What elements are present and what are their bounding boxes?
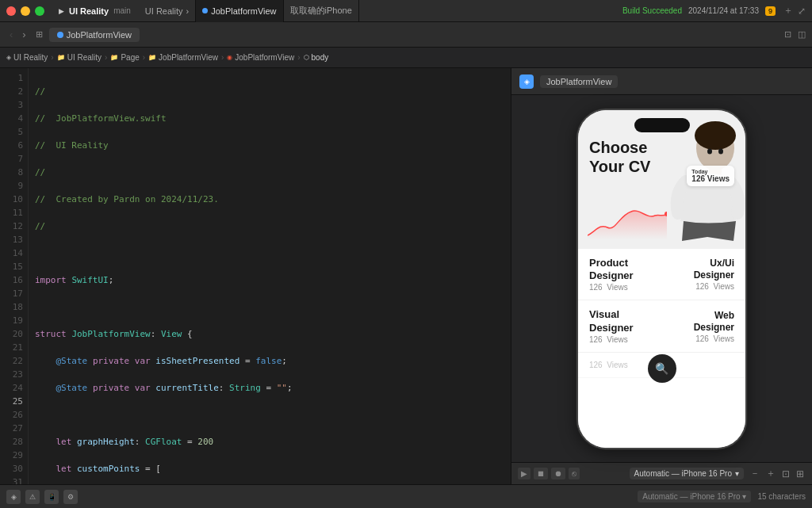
bc-ui-reality-2[interactable]: 📁 UI Reality xyxy=(57,53,102,62)
chart-svg xyxy=(588,200,667,239)
build-date: 2024/11/24 at 17:33 xyxy=(688,6,759,15)
chart-overlay: Today 126 Views xyxy=(687,166,734,186)
preview-bottom-bar: ▶ ⏹ ⏺ ⎋ Automatic — iPhone 16 Pro ▾ － ＋ … xyxy=(511,462,812,484)
chart-today-label: Today xyxy=(691,169,730,174)
project-sub: main xyxy=(113,6,131,15)
bottom-right: Automatic — iPhone 16 Pro ▾ 15 character… xyxy=(638,491,806,502)
file-tab[interactable]: JobPlatformView xyxy=(49,28,140,42)
preview-panel: ◈ JobPlatformView Choose Your CV xyxy=(511,68,812,484)
bc-ui-reality[interactable]: ◈ UI Reality xyxy=(6,53,48,62)
svg-point-2 xyxy=(695,121,736,150)
zoom-controls: － ＋ ⊡ ⊞ xyxy=(749,467,806,480)
main-area: 12345 678910 1112131415 1617181920 21222… xyxy=(0,68,812,484)
build-config[interactable]: Automatic — iPhone 16 Pro ▾ xyxy=(638,491,751,502)
phone-container: Choose Your CV xyxy=(569,95,755,462)
bc-job-platform-folder[interactable]: 📁 JobPlatformView xyxy=(148,53,218,62)
traffic-lights xyxy=(0,6,51,16)
folder-icon: 📁 xyxy=(57,54,65,61)
web-designer-views: 126 Views xyxy=(694,334,734,343)
build-status: Build Succeeded xyxy=(622,6,682,15)
fullscreen-icon[interactable]: ⤢ xyxy=(798,6,806,17)
settings-icon[interactable]: ⚙ xyxy=(63,490,78,504)
chevron-icon: › xyxy=(186,6,190,16)
add-window-button[interactable]: ＋ xyxy=(783,4,793,17)
property-icon: ⬡ xyxy=(304,54,309,61)
tab-modified-dot xyxy=(202,8,208,13)
bc-body[interactable]: ⬡ body xyxy=(304,53,329,62)
tab-label: UI Reality xyxy=(145,6,183,16)
tab-iphone[interactable]: 取取确的iPhone xyxy=(284,0,359,22)
record-control[interactable]: ⏺ xyxy=(551,468,565,479)
window-tabs: UI Reality › JobPlatformView 取取确的iPhone xyxy=(139,0,615,22)
escape-control[interactable]: ⎋ xyxy=(569,468,580,479)
bc-label: Page xyxy=(121,53,139,62)
fullscreen-button[interactable] xyxy=(35,6,44,16)
tab-label: JobPlatformView xyxy=(211,6,276,16)
swift-icon: ◉ xyxy=(227,54,232,61)
file-tab-label: JobPlatformView xyxy=(67,30,132,40)
svg-point-5 xyxy=(718,148,723,154)
warning-badge[interactable]: 9 xyxy=(765,6,776,16)
line-numbers: 12345 678910 1112131415 1617181920 21222… xyxy=(0,68,29,484)
product-designer-views: 126 Views xyxy=(589,283,688,292)
navigation-controls: ‹ › xyxy=(6,27,29,42)
phone-list: ProductDesigner 126 Views Ux/UiDesigner … xyxy=(578,249,745,448)
bc-job-platform-file[interactable]: ◉ JobPlatformView xyxy=(227,53,294,62)
hide-panel-icon[interactable]: ⊡ xyxy=(784,29,791,40)
project-tab[interactable]: ▶ UI Reality main xyxy=(51,0,139,22)
bc-label: JobPlatformView xyxy=(159,53,218,62)
project-name: UI Reality xyxy=(69,6,109,16)
stop-control[interactable]: ⏹ xyxy=(534,468,548,479)
char-count: 15 characters xyxy=(757,492,806,501)
zoom-in-button[interactable]: ＋ xyxy=(764,467,777,480)
bc-page[interactable]: 📁 Page xyxy=(110,53,139,62)
back-button[interactable]: ‹ xyxy=(6,27,16,42)
zoom-fit-button[interactable]: ⊡ xyxy=(780,468,791,479)
list-item: VisualDesigner 126 Views WebDesigner 126… xyxy=(578,300,745,353)
phone-screen: Choose Your CV xyxy=(578,110,745,448)
preview-header: ◈ JobPlatformView xyxy=(511,68,812,95)
uxui-designer-title: Ux/UiDesigner xyxy=(694,258,734,282)
uxui-designer-views: 126 Views xyxy=(694,282,734,291)
device-icon[interactable]: 📱 xyxy=(44,490,59,504)
hero-title: Choose Your CV xyxy=(589,138,650,176)
folder-icon: 📁 xyxy=(148,54,156,61)
forward-button[interactable]: › xyxy=(19,27,29,42)
chart-views: 126 Views xyxy=(691,174,730,183)
toolbar: ‹ › ⊞ JobPlatformView ⊡ ◫ xyxy=(0,22,812,48)
split-view-icon[interactable]: ◫ xyxy=(798,29,806,40)
title-bar: ▶ UI Reality main UI Reality › JobPlatfo… xyxy=(0,0,812,22)
play-control[interactable]: ▶ xyxy=(518,468,530,479)
xcode-icon: ◈ xyxy=(6,54,11,61)
warning-icon[interactable]: ⚠ xyxy=(25,490,40,504)
bc-label: UI Reality xyxy=(13,53,48,62)
visual-designer-title: VisualDesigner xyxy=(589,308,688,335)
zoom-out-button[interactable]: － xyxy=(749,467,761,480)
chevron-down-icon: ▾ xyxy=(735,469,739,478)
code-text[interactable]: // // JobPlatformView.swift // UI Realit… xyxy=(29,68,511,484)
device-selector[interactable]: Automatic — iPhone 16 Pro ▾ xyxy=(630,468,744,479)
file-modified-dot xyxy=(57,32,63,38)
minimize-button[interactable] xyxy=(21,6,30,16)
search-button[interactable]: 🔍 xyxy=(648,354,676,383)
bc-label: UI Reality xyxy=(67,53,102,62)
hero-text: Choose Your CV xyxy=(589,138,650,176)
tab-label: 取取确的iPhone xyxy=(290,5,352,17)
device-label: Automatic — iPhone 16 Pro xyxy=(634,469,732,478)
folder-icon: 📁 xyxy=(110,54,118,61)
list-item: ProductDesigner 126 Views Ux/UiDesigner … xyxy=(578,249,745,301)
status-bar: ◈ ⚠ 📱 ⚙ Automatic — iPhone 16 Pro ▾ 15 c… xyxy=(0,484,812,508)
bottom-icons: ◈ ⚠ 📱 ⚙ xyxy=(6,490,78,504)
web-designer-title: WebDesigner xyxy=(694,310,734,334)
bc-label: JobPlatformView xyxy=(235,53,294,62)
code-editor[interactable]: 12345 678910 1112131415 1617181920 21222… xyxy=(0,68,511,484)
close-button[interactable] xyxy=(6,6,16,16)
tab-ui-reality[interactable]: UI Reality › xyxy=(139,0,196,22)
item-left: ProductDesigner 126 Views xyxy=(589,257,688,292)
source-control-icon[interactable]: ◈ xyxy=(6,490,21,504)
phone-notch xyxy=(634,118,690,132)
item-right: WebDesigner 126 Views xyxy=(694,310,734,343)
tab-job-platform-view[interactable]: JobPlatformView xyxy=(196,0,283,22)
title-bar-actions: ＋ ⤢ xyxy=(783,4,812,17)
zoom-reset-button[interactable]: ⊞ xyxy=(795,468,806,479)
